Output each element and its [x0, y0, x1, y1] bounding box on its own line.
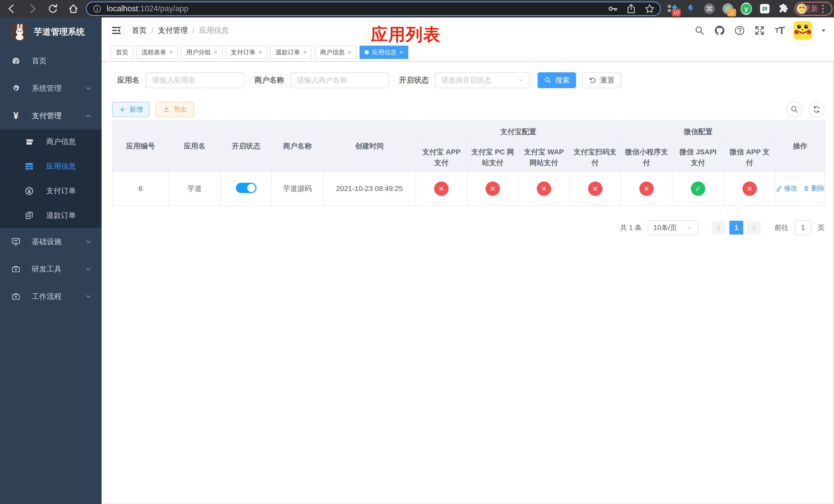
pagination: 共 1 条 10条/页 1 前往 页 — [112, 220, 825, 235]
extension-diamond-icon[interactable]: 10 — [667, 3, 678, 14]
browser-home-icon[interactable] — [68, 3, 79, 14]
chevron-down-icon — [686, 225, 693, 231]
shop-icon — [24, 137, 35, 147]
sidebar-item-app-info[interactable]: 应用信息 — [0, 154, 102, 179]
breadcrumb: 首页 / 支付管理 / 应用信息 — [132, 18, 229, 44]
app-name-label: 应用名 — [117, 75, 139, 85]
tab-app-info[interactable]: 应用信息× — [359, 46, 408, 59]
col-wechat-jsapi: 微信 JSAPI 支付 — [672, 143, 724, 172]
tab-pay-order[interactable]: 支付订单× — [226, 46, 267, 59]
sidebar-item-workflow[interactable]: 工作流程 — [0, 283, 102, 310]
page-1-button[interactable]: 1 — [729, 221, 743, 234]
next-page-button[interactable] — [747, 221, 761, 234]
font-size-icon[interactable]: TT — [773, 24, 786, 37]
search-button[interactable]: 搜索 — [537, 72, 576, 88]
tab-merchant-info[interactable]: 商户信息× — [315, 46, 356, 59]
cell-app-name: 芋道 — [169, 172, 221, 206]
cell-merchant: 芋道源码 — [271, 172, 323, 206]
document-copy-icon — [24, 211, 35, 220]
tab-user-group[interactable]: 用户分组× — [181, 46, 223, 59]
tab-process-form[interactable]: 流程表单× — [136, 46, 178, 59]
breadcrumb-home[interactable]: 首页 — [132, 25, 147, 36]
search-icon[interactable] — [694, 24, 706, 37]
site-info-icon[interactable] — [92, 4, 102, 14]
sidebar-item-refund-order[interactable]: 退款订单 — [0, 203, 102, 228]
address-bar[interactable]: localhost:1024/pay/app — [86, 2, 661, 16]
toolbox-icon — [11, 265, 21, 274]
delete-link[interactable]: 删除 — [803, 184, 825, 193]
edit-link[interactable]: 修改 — [776, 184, 797, 193]
extension-yuque-icon[interactable]: y — [741, 3, 752, 14]
wechat-jsapi-status-icon: ✓ — [691, 182, 705, 196]
sidebar-item-dev-tools[interactable]: 研发工具 — [0, 255, 102, 283]
browser-back-icon[interactable] — [6, 3, 18, 14]
add-button[interactable]: 新增 — [112, 102, 150, 117]
extension-balloon-icon[interactable] — [685, 3, 697, 14]
browser-toolbar: localhost:1024/pay/app 10 ⌘ 1 — [0, 0, 834, 18]
status-toggle[interactable] — [236, 183, 257, 193]
tab-refund-order[interactable]: 退款订单× — [270, 46, 312, 59]
close-icon[interactable]: × — [303, 49, 307, 56]
extension-chat-icon[interactable] — [759, 3, 770, 14]
fullscreen-icon[interactable] — [753, 24, 766, 37]
col-status: 开启状态 — [221, 120, 271, 172]
share-icon[interactable] — [626, 3, 637, 14]
caret-down-icon[interactable] — [820, 27, 827, 35]
export-button[interactable]: 导出 — [156, 102, 194, 117]
wechat-mini-status-icon: ✕ — [639, 182, 654, 196]
url-text: localhost:1024/pay/app — [107, 4, 189, 13]
alipay-pc-status-icon: ✕ — [485, 182, 500, 196]
col-actions: 操作 — [775, 120, 825, 172]
user-avatar[interactable] — [793, 21, 812, 40]
page-size-select[interactable]: 10条/页 — [648, 220, 698, 235]
show-search-icon-button[interactable] — [787, 101, 803, 117]
breadcrumb-payment[interactable]: 支付管理 — [158, 25, 188, 36]
sidebar-item-pay-order[interactable]: 支付订单 — [0, 179, 102, 203]
col-alipay-pc: 支付宝 PC 网站支付 — [467, 143, 518, 172]
close-icon[interactable]: × — [348, 49, 351, 56]
merchant-name-input[interactable] — [290, 72, 389, 88]
refresh-table-button[interactable] — [809, 101, 825, 117]
browser-update-button[interactable]: 更新 — [794, 2, 832, 16]
alipay-wap-status-icon: ✕ — [537, 182, 551, 196]
browser-menu-icon[interactable] — [822, 5, 824, 13]
chevron-down-icon — [85, 293, 92, 300]
status-select[interactable]: 请选择开启状态 — [435, 72, 530, 88]
sidebar-item-merchant-info[interactable]: 商户信息 — [0, 130, 102, 154]
close-icon[interactable]: × — [169, 49, 173, 56]
close-icon[interactable]: × — [259, 49, 262, 56]
extension-recorder-icon[interactable]: 1 — [722, 3, 733, 14]
col-app-id: 应用编号 — [112, 120, 169, 172]
col-alipay-wap: 支付宝 WAP 网站支付 — [518, 143, 569, 172]
app-name-input[interactable] — [146, 72, 244, 88]
help-icon[interactable] — [733, 24, 746, 37]
browser-forward-icon[interactable] — [27, 3, 38, 14]
tab-home[interactable]: 首页 — [111, 46, 133, 59]
prev-page-button[interactable] — [712, 221, 726, 234]
close-icon[interactable]: × — [214, 49, 218, 56]
goto-page-input[interactable] — [794, 220, 811, 235]
cell-actions: 修改 删除 — [775, 172, 825, 206]
chevron-down-icon — [518, 77, 524, 84]
sidebar-item-infrastructure[interactable]: 基础设施 — [0, 228, 102, 255]
sidebar-item-home[interactable]: 首页 — [0, 47, 102, 75]
extensions-puzzle-icon[interactable] — [777, 3, 789, 14]
app-logo[interactable]: 芋道管理系统 — [0, 18, 102, 46]
sidebar-item-system[interactable]: 系统管理 — [0, 75, 102, 102]
sidebar-item-payment[interactable]: ¥ 支付管理 — [0, 102, 102, 130]
extension-command-icon[interactable]: ⌘ — [704, 3, 715, 14]
alipay-app-status-icon: ✕ — [434, 182, 448, 196]
browser-reload-icon[interactable] — [47, 3, 59, 14]
sidebar-collapse-icon[interactable] — [111, 25, 122, 36]
yen-circle-icon — [24, 186, 35, 196]
close-icon[interactable]: × — [399, 49, 403, 56]
table-toolbar: 新增 导出 — [112, 101, 825, 117]
col-alipay-app: 支付宝 APP 支付 — [416, 143, 467, 172]
wechat-app-status-icon: ✕ — [743, 182, 757, 196]
github-icon[interactable] — [714, 24, 726, 37]
password-key-icon[interactable] — [607, 3, 618, 14]
col-created: 创建时间 — [323, 120, 416, 172]
bookmark-star-icon[interactable] — [644, 3, 655, 14]
reset-button[interactable]: 重置 — [582, 72, 621, 88]
table-row: 6 芋道 芋道源码 2021-10-23 08:49:25 ✕ ✕ ✕ ✕ ✕ … — [112, 172, 825, 206]
